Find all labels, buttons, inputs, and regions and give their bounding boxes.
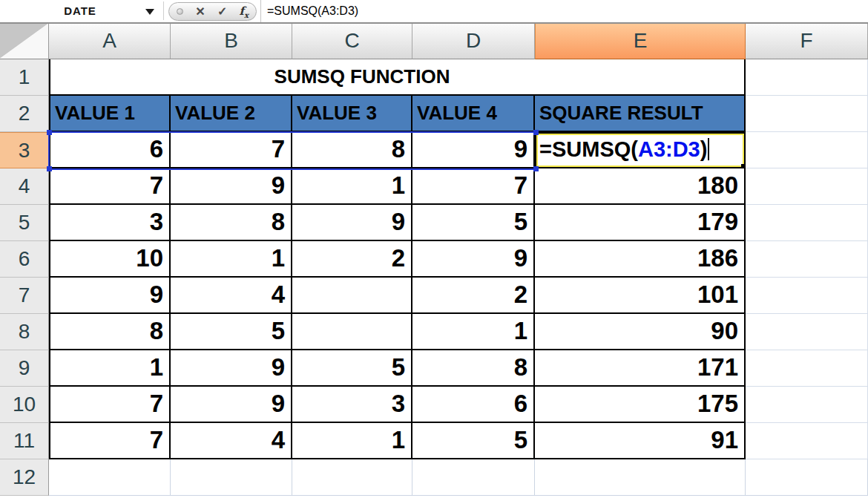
name-box[interactable]: DATE: [0, 0, 160, 22]
cell-B8[interactable]: 5: [171, 314, 292, 350]
cell-B11[interactable]: 4: [171, 423, 292, 459]
cell-A5[interactable]: 3: [49, 205, 171, 241]
cell-C2[interactable]: VALUE 3: [292, 96, 412, 132]
cancel-button[interactable]: ✕: [195, 3, 205, 20]
cell-C5[interactable]: 9: [292, 205, 412, 241]
cell-F12[interactable]: [746, 459, 868, 496]
cell-A7[interactable]: 9: [49, 278, 171, 314]
fill-handle[interactable]: [741, 164, 746, 168]
row-header-7[interactable]: 7: [0, 278, 49, 314]
cell-E12[interactable]: [535, 459, 746, 496]
cell-A4[interactable]: 7: [49, 168, 171, 205]
cell-D6[interactable]: 9: [412, 241, 535, 278]
column-header-B[interactable]: B: [171, 24, 292, 59]
cell-A10[interactable]: 7: [49, 387, 171, 423]
row-header-1[interactable]: 1: [0, 59, 49, 96]
cell-F7[interactable]: [746, 278, 868, 314]
cell-B5[interactable]: 8: [171, 205, 292, 241]
cell-C11[interactable]: 1: [292, 423, 412, 459]
panel-dot-icon: [177, 8, 183, 15]
insert-function-button[interactable]: fx: [240, 4, 249, 19]
cell-C4[interactable]: 1: [292, 168, 412, 205]
cell-A1-title[interactable]: SUMSQ FUNCTION: [49, 59, 746, 96]
formula-suffix: ): [700, 137, 708, 161]
cell-D7[interactable]: 2: [412, 278, 535, 314]
name-box-dropdown-icon[interactable]: [145, 9, 154, 15]
row-header-10[interactable]: 10: [0, 387, 49, 423]
cell-B7[interactable]: 4: [171, 278, 292, 314]
cell-A8[interactable]: 8: [49, 314, 171, 350]
cell-F10[interactable]: [746, 387, 868, 423]
sheet-row-5: 53895179: [0, 205, 868, 241]
cell-B4[interactable]: 9: [171, 168, 292, 205]
cell-A9[interactable]: 1: [49, 350, 171, 387]
column-header-D[interactable]: D: [412, 24, 535, 59]
cell-E9[interactable]: 171: [535, 350, 746, 387]
cell-C12[interactable]: [292, 459, 412, 496]
cell-E10[interactable]: 175: [535, 387, 746, 423]
row-header-11[interactable]: 11: [0, 423, 49, 459]
cell-F2[interactable]: [746, 96, 868, 132]
row-header-8[interactable]: 8: [0, 314, 49, 350]
cell-C8[interactable]: [292, 314, 412, 350]
sheet-row-8: 885190: [0, 314, 868, 350]
row-header-2[interactable]: 2: [0, 96, 49, 132]
select-all-corner[interactable]: [0, 24, 49, 59]
cell-D5[interactable]: 5: [412, 205, 535, 241]
cell-D12[interactable]: [412, 459, 535, 496]
row-header-6[interactable]: 6: [0, 241, 49, 278]
cell-D2[interactable]: VALUE 4: [412, 96, 535, 132]
cell-D9[interactable]: 8: [412, 350, 535, 387]
cell-D8[interactable]: 1: [412, 314, 535, 350]
enter-button[interactable]: ✓: [217, 3, 227, 20]
formula-range-reference: A3:D3: [638, 137, 700, 161]
cell-A12[interactable]: [49, 459, 171, 496]
cell-F1[interactable]: [746, 59, 868, 96]
column-header-F[interactable]: F: [746, 24, 868, 59]
row-header-3[interactable]: 3: [0, 132, 49, 168]
cell-E4[interactable]: 180: [535, 168, 746, 205]
cell-F5[interactable]: [746, 205, 868, 241]
cell-E7[interactable]: 101: [535, 278, 746, 314]
cell-E6[interactable]: 186: [535, 241, 746, 278]
row-header-4[interactable]: 4: [0, 168, 49, 205]
cell-F6[interactable]: [746, 241, 868, 278]
row-header-12[interactable]: 12: [0, 459, 49, 496]
cell-B10[interactable]: 9: [171, 387, 292, 423]
column-header-E[interactable]: E: [535, 24, 746, 59]
column-header-A[interactable]: A: [49, 24, 171, 59]
cell-E5[interactable]: 179: [535, 205, 746, 241]
cell-E3-formula[interactable]: =SUMSQ(A3:D3): [535, 132, 746, 168]
cell-C7[interactable]: [292, 278, 412, 314]
cell-E2[interactable]: SQUARE RESULT: [535, 96, 746, 132]
cell-F3[interactable]: [746, 132, 868, 168]
cell-A2[interactable]: VALUE 1: [49, 96, 171, 132]
cell-A11[interactable]: 7: [49, 423, 171, 459]
cell-C10[interactable]: 3: [292, 387, 412, 423]
cell-A3[interactable]: 6: [49, 132, 171, 168]
cell-E11[interactable]: 91: [535, 423, 746, 459]
cell-D3[interactable]: 9: [412, 132, 535, 168]
cell-B6[interactable]: 1: [171, 241, 292, 278]
cell-C3[interactable]: 8: [292, 132, 412, 168]
column-header-C[interactable]: C: [292, 24, 412, 59]
cell-A6[interactable]: 10: [49, 241, 171, 278]
cell-D11[interactable]: 5: [412, 423, 535, 459]
cell-F11[interactable]: [746, 423, 868, 459]
cell-E8[interactable]: 90: [535, 314, 746, 350]
cell-C9[interactable]: 5: [292, 350, 412, 387]
cell-B3[interactable]: 7: [171, 132, 292, 168]
cell-C6[interactable]: 2: [292, 241, 412, 278]
row-header-9[interactable]: 9: [0, 350, 49, 387]
formula-bar-input[interactable]: =SUMSQ(A3:D3): [267, 0, 358, 22]
cell-B2[interactable]: VALUE 2: [171, 96, 292, 132]
row-header-5[interactable]: 5: [0, 205, 49, 241]
cell-B9[interactable]: 9: [171, 350, 292, 387]
cell-D10[interactable]: 6: [412, 387, 535, 423]
cell-F9[interactable]: [746, 350, 868, 387]
cell-B12[interactable]: [171, 459, 292, 496]
cell-F8[interactable]: [746, 314, 868, 350]
cell-D4[interactable]: 7: [412, 168, 535, 205]
cell-F4[interactable]: [746, 168, 868, 205]
sheet-row-11: 11741591: [0, 423, 868, 459]
